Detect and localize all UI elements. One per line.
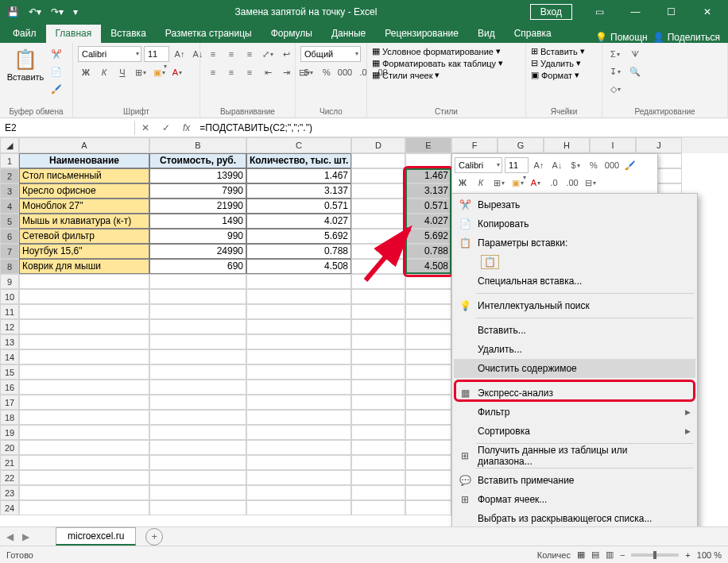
cell[interactable] — [19, 485, 149, 500]
cell[interactable] — [351, 199, 405, 214]
cell[interactable]: 4.027 — [246, 214, 351, 229]
row-header[interactable]: 20 — [0, 440, 19, 455]
currency-icon[interactable]: $ — [300, 64, 316, 80]
cell[interactable] — [351, 274, 405, 289]
cell[interactable] — [246, 395, 351, 410]
cut-icon[interactable]: ✂️ — [48, 46, 64, 62]
cell[interactable] — [19, 425, 149, 440]
grow-font-icon[interactable]: A↑ — [172, 46, 188, 62]
mini-border-icon[interactable]: ⊞ — [491, 175, 507, 191]
cell[interactable] — [405, 380, 451, 395]
col-header-i[interactable]: I — [590, 137, 636, 153]
row-header[interactable]: 9 — [0, 274, 19, 289]
cell[interactable] — [246, 440, 351, 455]
cell[interactable] — [351, 168, 405, 183]
row-header[interactable]: 15 — [0, 364, 19, 380]
row-header[interactable]: 24 — [0, 500, 19, 515]
cell[interactable]: Моноблок 27" — [19, 199, 149, 214]
align-left-icon[interactable]: ≡ — [205, 64, 221, 80]
ctx-quick-analysis[interactable]: ▦Экспресс-анализ — [454, 384, 695, 403]
col-header-e[interactable]: E — [405, 137, 451, 153]
row-header[interactable]: 5 — [0, 214, 19, 229]
cell[interactable]: Стол письменный — [19, 168, 149, 183]
cell[interactable]: Кресло офисное — [19, 183, 149, 199]
mini-grow-font-icon[interactable]: A↑ — [531, 157, 547, 173]
cancel-icon[interactable]: ✕ — [135, 122, 156, 133]
row-header[interactable]: 7 — [0, 244, 19, 259]
cell[interactable]: 0.571 — [405, 199, 451, 214]
cell[interactable] — [405, 425, 451, 440]
mini-percent-icon[interactable]: % — [586, 157, 602, 173]
cell[interactable] — [19, 470, 149, 485]
row-header[interactable]: 17 — [0, 395, 19, 410]
bold-icon[interactable]: Ж — [78, 64, 94, 80]
indent-dec-icon[interactable]: ⇤ — [260, 64, 276, 80]
cell[interactable] — [351, 183, 405, 199]
cell[interactable] — [405, 304, 451, 319]
cell[interactable]: 690 — [149, 259, 246, 274]
cell[interactable]: 3.137 — [246, 183, 351, 199]
ctx-insert-comment[interactable]: 💬Вставить примечание — [454, 471, 695, 490]
cell[interactable]: 5.692 — [405, 229, 451, 244]
cell[interactable] — [246, 470, 351, 485]
cell[interactable] — [351, 229, 405, 244]
cell[interactable] — [351, 153, 405, 168]
cell[interactable] — [351, 259, 405, 274]
cell[interactable]: 0.571 — [246, 199, 351, 214]
ctx-smart-lookup[interactable]: 💡Интеллектуальный поиск — [454, 296, 695, 315]
cell[interactable] — [149, 380, 246, 395]
orientation-icon[interactable]: ⤢ — [260, 46, 276, 62]
cell[interactable] — [19, 319, 149, 334]
tab-formulas[interactable]: Формулы — [261, 25, 322, 43]
align-middle-icon[interactable]: ≡ — [223, 46, 239, 62]
cell[interactable]: 1490 — [149, 214, 246, 229]
row-header[interactable]: 23 — [0, 485, 19, 500]
cell[interactable]: 5.692 — [246, 229, 351, 244]
cell[interactable] — [246, 334, 351, 349]
row-header[interactable]: 16 — [0, 380, 19, 395]
cell[interactable]: 21990 — [149, 199, 246, 214]
cell[interactable]: 4.508 — [246, 259, 351, 274]
ctx-cut[interactable]: ✂️Вырезать — [454, 195, 695, 214]
cell[interactable] — [149, 470, 246, 485]
cell[interactable] — [246, 304, 351, 319]
align-bottom-icon[interactable]: ≡ — [242, 46, 258, 62]
row-header[interactable]: 21 — [0, 455, 19, 470]
row-header[interactable]: 18 — [0, 410, 19, 425]
ribbon-options-icon[interactable]: ▭ — [582, 0, 618, 24]
underline-icon[interactable]: Ч — [114, 64, 130, 80]
cell[interactable] — [351, 425, 405, 440]
cell[interactable] — [351, 364, 405, 380]
cell[interactable] — [405, 410, 451, 425]
cell[interactable]: Количество, тыс. шт. — [246, 153, 351, 168]
zoom-out-icon[interactable]: − — [620, 550, 625, 560]
format-cells-button[interactable]: ▣ Формат ▾ — [531, 70, 579, 80]
cell[interactable] — [149, 455, 246, 470]
row-header[interactable]: 8 — [0, 259, 19, 274]
cell[interactable] — [351, 395, 405, 410]
tab-home[interactable]: Главная — [46, 25, 102, 43]
copy-icon[interactable]: 📄 — [48, 64, 64, 79]
cell[interactable]: Стоимость, руб. — [149, 153, 246, 168]
cell[interactable] — [405, 274, 451, 289]
cell[interactable] — [149, 395, 246, 410]
share-button[interactable]: 👤 Поделиться — [652, 32, 720, 43]
cell[interactable] — [149, 334, 246, 349]
cell[interactable] — [351, 485, 405, 500]
maximize-icon[interactable]: ☐ — [653, 0, 689, 24]
row-header[interactable]: 3 — [0, 183, 19, 199]
tell-me-button[interactable]: 💡 Помощн — [595, 32, 648, 43]
font-size-combo[interactable]: 11 — [144, 46, 169, 62]
cell[interactable] — [405, 440, 451, 455]
save-icon[interactable]: 💾 — [3, 4, 23, 20]
cell[interactable]: 0.788 — [405, 244, 451, 259]
mini-bold-icon[interactable]: Ж — [455, 175, 470, 191]
indent-inc-icon[interactable]: ⇥ — [278, 64, 294, 80]
comma-icon[interactable]: 000 — [337, 64, 353, 80]
row-header[interactable]: 11 — [0, 304, 19, 319]
number-format-combo[interactable]: Общий — [300, 46, 361, 62]
cell[interactable] — [149, 304, 246, 319]
col-header-j[interactable]: J — [636, 137, 682, 153]
cell[interactable] — [149, 289, 246, 304]
cell[interactable]: 990 — [149, 229, 246, 244]
